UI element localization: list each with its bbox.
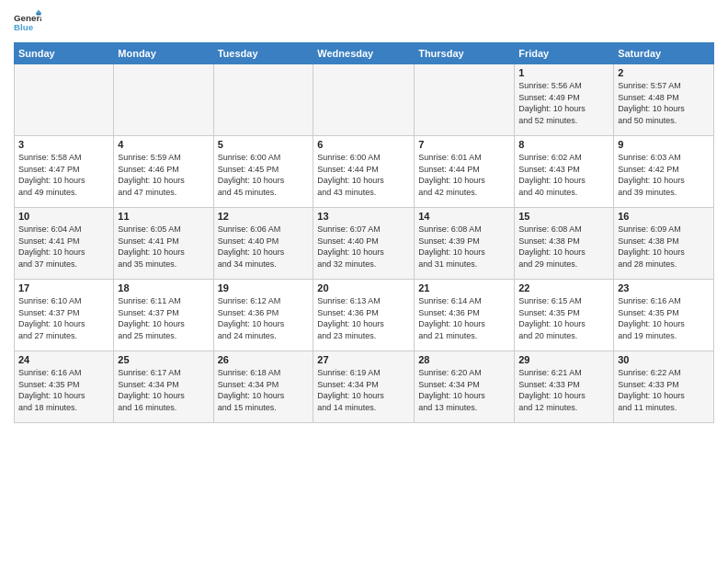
calendar-cell: 10Sunrise: 6:04 AM Sunset: 4:41 PM Dayli… <box>15 208 114 280</box>
calendar-cell: 15Sunrise: 6:08 AM Sunset: 4:38 PM Dayli… <box>515 208 614 280</box>
svg-text:Blue: Blue <box>14 22 34 32</box>
calendar-cell: 13Sunrise: 6:07 AM Sunset: 4:40 PM Dayli… <box>313 208 415 280</box>
day-info: Sunrise: 6:15 AM Sunset: 4:35 PM Dayligh… <box>518 295 609 341</box>
weekday-header-tuesday: Tuesday <box>213 43 313 64</box>
calendar-week-row: 17Sunrise: 6:10 AM Sunset: 4:37 PM Dayli… <box>15 280 714 351</box>
weekday-header-row: SundayMondayTuesdayWednesdayThursdayFrid… <box>15 43 714 64</box>
weekday-header-sunday: Sunday <box>15 43 114 64</box>
day-info: Sunrise: 6:02 AM Sunset: 4:43 PM Dayligh… <box>518 152 609 198</box>
day-number: 28 <box>418 354 510 365</box>
day-info: Sunrise: 6:07 AM Sunset: 4:40 PM Dayligh… <box>317 224 410 270</box>
day-info: Sunrise: 5:57 AM Sunset: 4:48 PM Dayligh… <box>618 80 710 126</box>
calendar-cell: 25Sunrise: 6:17 AM Sunset: 4:34 PM Dayli… <box>114 351 213 423</box>
calendar-cell: 26Sunrise: 6:18 AM Sunset: 4:34 PM Dayli… <box>213 351 313 423</box>
day-info: Sunrise: 5:59 AM Sunset: 4:46 PM Dayligh… <box>118 152 209 198</box>
day-info: Sunrise: 6:16 AM Sunset: 4:35 PM Dayligh… <box>18 367 109 413</box>
calendar-cell: 28Sunrise: 6:20 AM Sunset: 4:34 PM Dayli… <box>415 351 515 423</box>
day-number: 16 <box>618 211 710 222</box>
day-number: 26 <box>218 354 310 365</box>
calendar-cell: 19Sunrise: 6:12 AM Sunset: 4:36 PM Dayli… <box>213 280 313 351</box>
day-info: Sunrise: 6:10 AM Sunset: 4:37 PM Dayligh… <box>18 295 109 341</box>
day-info: Sunrise: 6:04 AM Sunset: 4:41 PM Dayligh… <box>18 224 109 270</box>
day-number: 30 <box>618 354 710 365</box>
day-info: Sunrise: 6:22 AM Sunset: 4:33 PM Dayligh… <box>618 367 710 413</box>
day-info: Sunrise: 6:08 AM Sunset: 4:38 PM Dayligh… <box>518 224 609 270</box>
day-info: Sunrise: 6:14 AM Sunset: 4:36 PM Dayligh… <box>418 295 510 341</box>
weekday-header-saturday: Saturday <box>614 43 714 64</box>
calendar-cell: 14Sunrise: 6:08 AM Sunset: 4:39 PM Dayli… <box>415 208 515 280</box>
calendar-week-row: 10Sunrise: 6:04 AM Sunset: 4:41 PM Dayli… <box>15 208 714 280</box>
logo-icon: General Blue <box>14 9 41 35</box>
day-info: Sunrise: 6:03 AM Sunset: 4:42 PM Dayligh… <box>618 152 710 198</box>
day-number: 1 <box>518 67 609 78</box>
calendar-cell <box>313 64 415 136</box>
day-number: 22 <box>518 282 609 293</box>
day-number: 18 <box>118 282 209 293</box>
day-info: Sunrise: 6:06 AM Sunset: 4:40 PM Dayligh… <box>218 224 310 270</box>
calendar-cell: 17Sunrise: 6:10 AM Sunset: 4:37 PM Dayli… <box>15 280 114 351</box>
day-number: 3 <box>18 139 109 150</box>
header: General Blue <box>14 9 714 35</box>
calendar-cell: 12Sunrise: 6:06 AM Sunset: 4:40 PM Dayli… <box>213 208 313 280</box>
day-number: 23 <box>618 282 710 293</box>
calendar-cell <box>415 64 515 136</box>
calendar-cell: 1Sunrise: 5:56 AM Sunset: 4:49 PM Daylig… <box>515 64 614 136</box>
day-number: 27 <box>317 354 410 365</box>
day-number: 4 <box>118 139 209 150</box>
day-number: 9 <box>618 139 710 150</box>
day-info: Sunrise: 6:19 AM Sunset: 4:34 PM Dayligh… <box>317 367 410 413</box>
weekday-header-friday: Friday <box>515 43 614 64</box>
calendar-cell: 8Sunrise: 6:02 AM Sunset: 4:43 PM Daylig… <box>515 136 614 208</box>
calendar-cell: 9Sunrise: 6:03 AM Sunset: 4:42 PM Daylig… <box>614 136 714 208</box>
calendar-cell <box>213 64 313 136</box>
svg-marker-2 <box>36 10 41 14</box>
calendar-cell: 5Sunrise: 6:00 AM Sunset: 4:45 PM Daylig… <box>213 136 313 208</box>
day-number: 20 <box>317 282 410 293</box>
day-info: Sunrise: 6:12 AM Sunset: 4:36 PM Dayligh… <box>218 295 310 341</box>
calendar-cell: 7Sunrise: 6:01 AM Sunset: 4:44 PM Daylig… <box>415 136 515 208</box>
day-info: Sunrise: 6:00 AM Sunset: 4:44 PM Dayligh… <box>317 152 410 198</box>
day-number: 25 <box>118 354 209 365</box>
calendar-cell: 4Sunrise: 5:59 AM Sunset: 4:46 PM Daylig… <box>114 136 213 208</box>
calendar-cell: 29Sunrise: 6:21 AM Sunset: 4:33 PM Dayli… <box>515 351 614 423</box>
calendar-cell: 22Sunrise: 6:15 AM Sunset: 4:35 PM Dayli… <box>515 280 614 351</box>
calendar-cell: 18Sunrise: 6:11 AM Sunset: 4:37 PM Dayli… <box>114 280 213 351</box>
day-info: Sunrise: 6:13 AM Sunset: 4:36 PM Dayligh… <box>317 295 410 341</box>
day-info: Sunrise: 6:09 AM Sunset: 4:38 PM Dayligh… <box>618 224 710 270</box>
calendar-cell <box>15 64 114 136</box>
calendar-cell: 23Sunrise: 6:16 AM Sunset: 4:35 PM Dayli… <box>614 280 714 351</box>
day-number: 24 <box>18 354 109 365</box>
day-info: Sunrise: 6:21 AM Sunset: 4:33 PM Dayligh… <box>518 367 609 413</box>
day-number: 2 <box>618 67 710 78</box>
day-number: 15 <box>518 211 609 222</box>
day-number: 13 <box>317 211 410 222</box>
calendar-cell: 3Sunrise: 5:58 AM Sunset: 4:47 PM Daylig… <box>15 136 114 208</box>
day-number: 21 <box>418 282 510 293</box>
calendar-cell <box>114 64 213 136</box>
day-number: 14 <box>418 211 510 222</box>
calendar-week-row: 1Sunrise: 5:56 AM Sunset: 4:49 PM Daylig… <box>15 64 714 136</box>
day-info: Sunrise: 5:56 AM Sunset: 4:49 PM Dayligh… <box>518 80 609 126</box>
day-number: 19 <box>218 282 310 293</box>
day-info: Sunrise: 6:17 AM Sunset: 4:34 PM Dayligh… <box>118 367 209 413</box>
day-number: 17 <box>18 282 109 293</box>
day-number: 10 <box>18 211 109 222</box>
calendar-cell: 20Sunrise: 6:13 AM Sunset: 4:36 PM Dayli… <box>313 280 415 351</box>
calendar-cell: 16Sunrise: 6:09 AM Sunset: 4:38 PM Dayli… <box>614 208 714 280</box>
svg-marker-3 <box>36 13 41 15</box>
weekday-header-monday: Monday <box>114 43 213 64</box>
logo: General Blue <box>14 9 41 35</box>
main-container: General Blue SundayMondayTuesdayWednesda… <box>0 0 728 428</box>
calendar-cell: 2Sunrise: 5:57 AM Sunset: 4:48 PM Daylig… <box>614 64 714 136</box>
day-number: 7 <box>418 139 510 150</box>
day-info: Sunrise: 6:11 AM Sunset: 4:37 PM Dayligh… <box>118 295 209 341</box>
day-info: Sunrise: 6:01 AM Sunset: 4:44 PM Dayligh… <box>418 152 510 198</box>
day-number: 6 <box>317 139 410 150</box>
calendar-cell: 6Sunrise: 6:00 AM Sunset: 4:44 PM Daylig… <box>313 136 415 208</box>
day-number: 11 <box>118 211 209 222</box>
calendar-week-row: 3Sunrise: 5:58 AM Sunset: 4:47 PM Daylig… <box>15 136 714 208</box>
day-info: Sunrise: 6:16 AM Sunset: 4:35 PM Dayligh… <box>618 295 710 341</box>
weekday-header-wednesday: Wednesday <box>313 43 415 64</box>
calendar-cell: 11Sunrise: 6:05 AM Sunset: 4:41 PM Dayli… <box>114 208 213 280</box>
day-info: Sunrise: 6:05 AM Sunset: 4:41 PM Dayligh… <box>118 224 209 270</box>
